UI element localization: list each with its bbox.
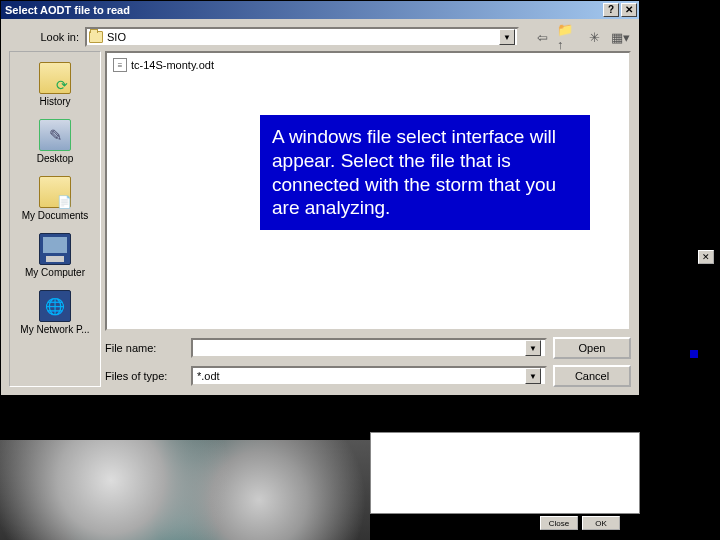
place-my-network-places[interactable]: My Network P... [10,284,100,341]
place-label: My Network P... [20,324,89,335]
place-my-documents[interactable]: My Documents [10,170,100,227]
lookin-label: Look in: [9,31,79,43]
folder-icon [89,31,103,43]
filename-dropdown-icon[interactable]: ▼ [525,340,541,356]
cancel-button[interactable]: Cancel [553,365,631,387]
view-menu-button[interactable]: ▦▾ [609,27,631,47]
filename-row: File name: ▼ Open [105,337,631,359]
filetype-dropdown-icon[interactable]: ▼ [525,368,541,384]
secondary-close-button[interactable]: Close [540,516,578,530]
background-close-button[interactable]: ✕ [698,250,714,264]
my-documents-icon [39,176,71,208]
lookin-value: SIO [107,31,126,43]
my-computer-icon [39,233,71,265]
satellite-image [0,440,370,540]
filetype-value: *.odt [197,370,525,382]
place-label: History [39,96,70,107]
lookin-dropdown-icon[interactable]: ▼ [499,29,515,45]
new-folder-button[interactable]: ✳ [583,27,605,47]
place-history[interactable]: History [10,56,100,113]
filetype-row: Files of type: *.odt ▼ Cancel [105,365,631,387]
file-name: tc-14S-monty.odt [131,59,214,71]
place-my-computer[interactable]: My Computer [10,227,100,284]
secondary-panel [370,432,640,514]
secondary-ok-button[interactable]: OK [582,516,620,530]
places-bar: History Desktop My Documents My Computer… [9,51,101,387]
place-desktop[interactable]: Desktop [10,113,100,170]
titlebar: Select AODT file to read ? ✕ [1,1,639,19]
file-icon: ≡ [113,58,127,72]
close-button[interactable]: ✕ [621,3,637,17]
instruction-callout: A windows file select interface will app… [260,115,590,230]
network-places-icon [39,290,71,322]
back-button[interactable]: ⇦ [531,27,553,47]
filetype-combo[interactable]: *.odt ▼ [191,366,547,386]
lookin-row: Look in: SIO ▼ ⇦ 📁↑ ✳ ▦▾ [1,19,639,51]
up-one-level-button[interactable]: 📁↑ [557,27,579,47]
file-item[interactable]: ≡ tc-14S-monty.odt [111,57,625,73]
filename-label: File name: [105,342,185,354]
place-label: My Documents [22,210,89,221]
filename-input[interactable]: ▼ [191,338,547,358]
open-button[interactable]: Open [553,337,631,359]
secondary-buttons: Close OK [540,516,620,530]
desktop-icon [39,119,71,151]
filetype-label: Files of type: [105,370,185,382]
toolbar: ⇦ 📁↑ ✳ ▦▾ [531,27,631,47]
place-label: My Computer [25,267,85,278]
background-panel [640,18,720,438]
lookin-combo[interactable]: SIO ▼ [85,27,519,47]
instruction-text: A windows file select interface will app… [272,125,578,220]
marker-square [690,350,698,358]
place-label: Desktop [37,153,74,164]
titlebar-title: Select AODT file to read [3,4,601,16]
history-icon [39,62,71,94]
help-button[interactable]: ? [603,3,619,17]
